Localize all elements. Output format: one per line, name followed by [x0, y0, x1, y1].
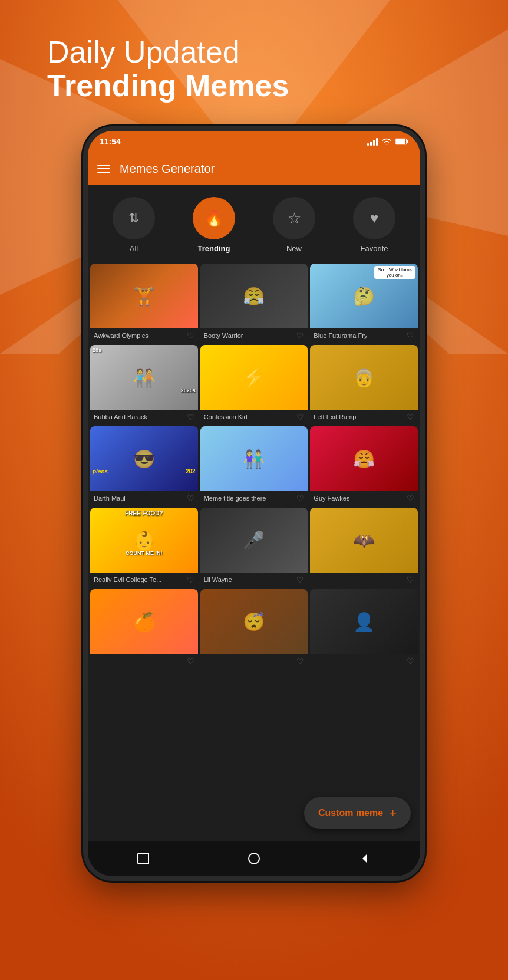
- meme-card-awkward-olympics[interactable]: 🏋️ Awkward Olympics ♡: [90, 264, 198, 343]
- meme-card-row5a[interactable]: 🍊 ♡: [90, 589, 198, 668]
- app-bar: Memes Generator: [88, 152, 420, 185]
- meme-thumb-darth: 😎 plans 202: [90, 426, 198, 491]
- overlay-20s: 20s: [93, 347, 101, 353]
- trending-icon: 🔥: [204, 209, 223, 228]
- meme-card-bubba[interactable]: 🧑‍🤝‍🧑 20s 2020s Bubba And Barack ♡: [90, 345, 198, 424]
- new-icon: ☆: [288, 209, 301, 228]
- meme-card-evil-college[interactable]: 👶 FREE FOOD? COUNT ME IN! Really Evil Co…: [90, 508, 198, 587]
- header-line2: Trending Memes: [47, 69, 461, 103]
- square-icon: [136, 851, 150, 866]
- tab-trending-circle: 🔥: [193, 197, 235, 239]
- tab-all-circle: ⇅: [113, 197, 155, 239]
- category-tabs: ⇅ All 🔥 Trending ☆ New ♥: [88, 185, 420, 259]
- meme-thumb-booty: 😤: [200, 264, 308, 328]
- meme-label-booty: Booty Warrior: [204, 332, 243, 339]
- overlay-free-food: FREE FOOD?: [125, 510, 163, 517]
- meme-label-lil-wayne: Lil Wayne: [204, 576, 232, 583]
- signal-icon: [367, 137, 378, 146]
- back-icon: [358, 851, 372, 866]
- heart-icon-row5b[interactable]: ♡: [296, 656, 304, 666]
- meme-label-row: Bubba And Barack ♡: [90, 410, 198, 424]
- meme-card-lil-wayne[interactable]: 🎤 Lil Wayne ♡: [200, 508, 308, 587]
- heart-icon-row5c[interactable]: ♡: [407, 656, 414, 666]
- tab-all[interactable]: ⇅ All: [113, 197, 155, 253]
- circle-icon: [247, 851, 261, 866]
- meme-label-row: Really Evil College Te... ♡: [90, 573, 198, 587]
- svg-rect-7: [396, 139, 405, 144]
- nav-square-button[interactable]: [134, 850, 152, 867]
- meme-label-row: Lil Wayne ♡: [200, 573, 308, 587]
- heart-icon-bubba[interactable]: ♡: [187, 412, 194, 422]
- nav-back-button[interactable]: [356, 850, 374, 867]
- meme-card-meme-title[interactable]: 👫 Meme title goes there ♡: [200, 426, 308, 505]
- heart-icon-booty[interactable]: ♡: [296, 331, 304, 340]
- meme-label-awkward: Awkward Olympics: [94, 332, 149, 339]
- meme-thumb-guy-fawkes: 😤: [310, 426, 418, 491]
- meme-grid: 🏋️ Awkward Olympics ♡ 😤 Booty Warrior ♡: [88, 259, 420, 673]
- meme-label-futurama: Blue Futurama Fry: [314, 332, 367, 339]
- meme-thumb-batman: 🦇: [310, 508, 418, 573]
- overlay-plans: plans: [93, 468, 108, 475]
- meme-label-bubba: Bubba And Barack: [94, 413, 147, 420]
- nav-circle-button[interactable]: [245, 850, 263, 867]
- meme-label-row: Booty Warrior ♡: [200, 328, 308, 343]
- meme-label-row: ♡: [90, 654, 198, 668]
- meme-label-row: ♡: [200, 654, 308, 668]
- svg-point-10: [249, 853, 259, 864]
- speech-bubble-1: So... What turns you on?: [374, 266, 415, 279]
- meme-thumb-left-exit: 👵: [310, 345, 418, 410]
- status-icons: [367, 137, 408, 146]
- meme-card-row5c[interactable]: 👤 ♡: [310, 589, 418, 668]
- svg-rect-9: [138, 853, 149, 864]
- heart-icon-left-exit[interactable]: ♡: [407, 412, 414, 422]
- tab-favorite[interactable]: ♥ Favorite: [353, 197, 395, 253]
- tab-new-label: New: [286, 244, 302, 253]
- heart-icon-batman[interactable]: ♡: [407, 575, 414, 584]
- meme-thumb-blue-futurama: 🤔 So... What turns you on?: [310, 264, 418, 328]
- meme-card-left-exit[interactable]: 👵 Left Exit Ramp ♡: [310, 345, 418, 424]
- tab-favorite-label: Favorite: [361, 244, 388, 253]
- battery-icon: [395, 138, 408, 145]
- heart-icon-darth[interactable]: ♡: [187, 494, 194, 503]
- meme-card-darth-maul[interactable]: 😎 plans 202 Darth Maul ♡: [90, 426, 198, 505]
- meme-thumb-meme-title: 👫: [200, 426, 308, 491]
- meme-label-guy-fawkes: Guy Fawkes: [314, 495, 349, 502]
- overlay-2020s: 2020s: [181, 387, 196, 393]
- meme-thumb-row5c: 👤: [310, 589, 418, 654]
- meme-label-left-exit: Left Exit Ramp: [314, 413, 356, 420]
- meme-label-row: Blue Futurama Fry ♡: [310, 328, 418, 343]
- meme-label-row: Darth Maul ♡: [90, 491, 198, 505]
- heart-icon-meme-title[interactable]: ♡: [296, 494, 304, 503]
- heart-icon-row5a[interactable]: ♡: [187, 656, 194, 666]
- meme-card-batman[interactable]: 🦇 ♡: [310, 508, 418, 587]
- tab-favorite-circle: ♥: [353, 197, 395, 239]
- meme-label-row: Guy Fawkes ♡: [310, 491, 418, 505]
- meme-label-row: Left Exit Ramp ♡: [310, 410, 418, 424]
- overlay-count-me-in: COUNT ME IN!: [90, 550, 198, 556]
- phone-content: ⇅ All 🔥 Trending ☆ New ♥: [88, 185, 420, 841]
- meme-card-row5b[interactable]: 😴 ♡: [200, 589, 308, 668]
- meme-card-booty-warrior[interactable]: 😤 Booty Warrior ♡: [200, 264, 308, 343]
- meme-card-guy-fawkes[interactable]: 😤 Guy Fawkes ♡: [310, 426, 418, 505]
- all-icon: ⇅: [128, 211, 139, 226]
- heart-icon-evil-college[interactable]: ♡: [187, 575, 194, 584]
- meme-label-row: Confession Kid ♡: [200, 410, 308, 424]
- tab-new[interactable]: ☆ New: [273, 197, 315, 253]
- meme-label-row: Meme title goes there ♡: [200, 491, 308, 505]
- heart-icon-confession[interactable]: ♡: [296, 412, 304, 422]
- meme-thumb-bubba: 🧑‍🤝‍🧑 20s 2020s: [90, 345, 198, 410]
- meme-card-blue-futurama[interactable]: 🤔 So... What turns you on? Blue Futurama…: [310, 264, 418, 343]
- meme-thumb-evil-college: 👶 FREE FOOD? COUNT ME IN!: [90, 508, 198, 573]
- meme-label-row: Awkward Olympics ♡: [90, 328, 198, 343]
- app-title: Memes Generator: [120, 162, 215, 176]
- meme-card-confession-kid[interactable]: ⚡ Confession Kid ♡: [200, 345, 308, 424]
- menu-button[interactable]: [97, 165, 110, 173]
- heart-icon-lil-wayne[interactable]: ♡: [296, 575, 304, 584]
- heart-icon-awkward[interactable]: ♡: [187, 331, 194, 340]
- meme-label-meme-title: Meme title goes there: [204, 495, 266, 502]
- custom-meme-button[interactable]: Custom meme +: [304, 797, 411, 829]
- heart-icon-futurama[interactable]: ♡: [407, 331, 414, 340]
- tab-trending[interactable]: 🔥 Trending: [193, 197, 235, 253]
- heart-icon-guy-fawkes[interactable]: ♡: [407, 494, 414, 503]
- header-line1: Daily Updated: [47, 35, 461, 69]
